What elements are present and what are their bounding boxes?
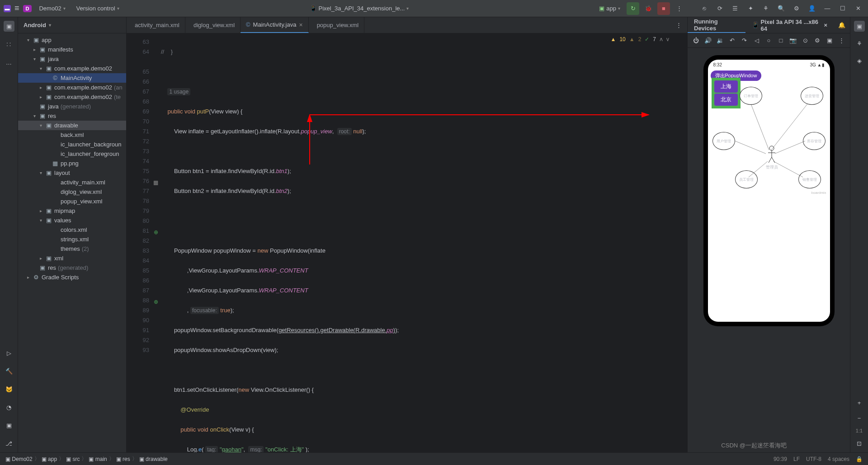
breadcrumb-item[interactable]: ▣ drawable — [139, 456, 168, 462]
editor-tab[interactable]: ©MainActivity.java× — [241, 17, 309, 33]
popup-item-shanghai[interactable]: 上海 — [714, 80, 738, 93]
home-icon[interactable]: ○ — [764, 36, 774, 46]
sync-icon[interactable]: ⟳ — [713, 2, 726, 15]
display-icon[interactable]: ▣ — [825, 36, 834, 46]
list-icon[interactable]: ☰ — [729, 2, 741, 15]
more-actions-icon[interactable]: ⋮ — [673, 2, 685, 15]
tree-item[interactable]: ©MainActivity — [18, 73, 126, 83]
tree-item[interactable]: ▣java (generated) — [18, 102, 126, 111]
profiler-icon[interactable]: ⚘ — [760, 2, 772, 15]
editor-tab[interactable]: diglog_view.xml — [185, 17, 241, 33]
zoom-out-icon[interactable]: − — [854, 413, 865, 423]
nav-down-icon[interactable]: v — [666, 36, 669, 42]
structure-tool-icon[interactable]: ⸬ — [4, 39, 14, 50]
tree-item[interactable]: colors.xml — [18, 225, 126, 235]
breadcrumb-item[interactable]: ▣ res — [116, 456, 130, 462]
hamburger-icon[interactable]: ≡ — [14, 4, 19, 13]
maximize-icon[interactable]: ☐ — [836, 2, 849, 15]
device-tab[interactable]: 📱 Pixel 3a API 34 ...x86 64 × — [745, 17, 834, 33]
indent[interactable]: 4 spaces — [828, 456, 849, 462]
device-tool-icon[interactable]: ▣ — [854, 21, 865, 32]
volume-up-icon[interactable]: 🔊 — [703, 36, 713, 46]
notifications-icon[interactable]: 🔔 — [834, 22, 850, 28]
close-tab-icon[interactable]: × — [299, 21, 302, 28]
line-separator[interactable]: LF — [793, 456, 800, 462]
back-icon[interactable]: ◁ — [752, 36, 761, 46]
tree-item[interactable]: ▸⚙Gradle Scripts — [18, 272, 126, 282]
user-icon[interactable]: 👤 — [806, 2, 818, 15]
vcs-tool-icon[interactable]: ⎇ — [4, 438, 14, 449]
power-icon[interactable]: ⏻ — [691, 36, 701, 46]
run-tool-icon[interactable]: ▷ — [4, 348, 14, 358]
tree-item[interactable]: ▣res (generated) — [18, 263, 126, 272]
breadcrumb-item[interactable]: ▣ src — [66, 456, 80, 462]
project-panel-header[interactable]: Android ▾ — [18, 17, 126, 33]
tree-item[interactable]: ▾▣com.example.demo02 — [18, 64, 126, 73]
overview-icon[interactable]: □ — [776, 36, 786, 46]
tree-item[interactable]: ▦pp.png — [18, 159, 126, 168]
tree-item[interactable]: diglog_view.xml — [18, 187, 126, 197]
tree-item[interactable]: ▸▣com.example.demo02 (an — [18, 83, 126, 92]
run-button[interactable]: ↻ — [627, 2, 639, 15]
settings-icon[interactable]: ⚙ — [812, 36, 822, 46]
zoom-in-icon[interactable]: + — [854, 397, 865, 408]
more-tool-icon[interactable]: … — [4, 57, 14, 68]
logcat-tool-icon[interactable]: 🐱 — [4, 384, 14, 395]
close-icon[interactable]: ✕ — [852, 2, 864, 15]
stop-button[interactable]: ■ — [657, 2, 670, 15]
breadcrumb[interactable]: ▣ Demo02〉▣ app〉▣ src〉▣ main〉▣ res〉▣ draw… — [5, 455, 168, 463]
inspection-widget[interactable]: ▲10 ▲2 ✓7 ʌ v — [610, 36, 669, 42]
tree-item[interactable]: ▾▣drawable — [18, 121, 126, 130]
volume-down-icon[interactable]: 🔉 — [716, 36, 725, 46]
project-tool-icon[interactable]: ▣ — [4, 21, 14, 32]
screenshot-icon[interactable]: 📷 — [788, 36, 798, 46]
device-selector[interactable]: 📱 Pixel_3a_API_34_extension_le... ▾ — [306, 3, 413, 14]
tree-item[interactable]: ▾▣java — [18, 54, 126, 64]
tree-item[interactable]: ▸▣mipmap — [18, 206, 126, 216]
minimize-icon[interactable]: — — [821, 2, 834, 15]
rotate-left-icon[interactable]: ↶ — [728, 36, 737, 46]
more-icon[interactable]: ⋮ — [837, 36, 846, 46]
ai-tool-icon[interactable]: ◈ — [854, 55, 865, 66]
vcs-dropdown[interactable]: Version control ▾ — [73, 3, 123, 14]
tree-item[interactable]: ▾▣layout — [18, 168, 126, 178]
tree-item[interactable]: ▾▣res — [18, 111, 126, 121]
terminal-tool-icon[interactable]: ▣ — [4, 420, 14, 431]
popup-item-beijing[interactable]: 北京 — [714, 94, 738, 106]
tree-item[interactable]: popup_view.xml — [18, 197, 126, 206]
profiler-tool-icon[interactable]: ◔ — [4, 402, 14, 413]
run-config-dropdown[interactable]: ▣ app ▾ — [595, 3, 624, 14]
record-icon[interactable]: ⊙ — [801, 36, 810, 46]
tool-icon[interactable]: ⎋ — [698, 2, 711, 15]
phone-screen[interactable]: 8:32 3G ▲▮ 弹出PopupWindow 上海 北京 订单管理 进货管理… — [708, 60, 830, 322]
search-icon[interactable]: 🔍 — [775, 2, 788, 15]
tree-item[interactable]: ▸▣com.example.demo02 (te — [18, 92, 126, 102]
nav-up-icon[interactable]: ʌ — [660, 36, 663, 42]
fit-icon[interactable]: ⊡ — [854, 438, 865, 449]
breadcrumb-item[interactable]: ▣ main — [89, 456, 107, 462]
tree-item[interactable]: ▸▣xml — [18, 254, 126, 263]
tree-item[interactable]: ▾▣app — [18, 35, 126, 45]
build-tool-icon[interactable]: 🔨 — [4, 366, 14, 376]
debug-button[interactable]: 🐞 — [642, 2, 655, 15]
editor-tab[interactable]: popup_view.xml — [309, 17, 365, 33]
breadcrumb-item[interactable]: ▣ app — [42, 456, 57, 462]
encoding[interactable]: UTF-8 — [806, 456, 821, 462]
tree-item[interactable]: ic_launcher_backgroun — [18, 140, 126, 149]
tree-item[interactable]: strings.xml — [18, 235, 126, 244]
tree-item[interactable]: activity_main.xml — [18, 178, 126, 187]
tabs-menu-icon[interactable]: ⋮ — [670, 17, 687, 33]
tree-item[interactable]: themes (2) — [18, 244, 126, 254]
tree-item[interactable]: ▸▣manifests — [18, 45, 126, 54]
bug-icon[interactable]: ✦ — [744, 2, 757, 15]
editor-tab[interactable]: activity_main.xml — [127, 17, 185, 33]
settings-icon[interactable]: ⚙ — [790, 2, 803, 15]
cursor-position[interactable]: 90:39 — [774, 456, 787, 462]
code-area[interactable]: // } 1 usage public void putP(View view)… — [154, 33, 687, 452]
tree-item[interactable]: back.xml — [18, 130, 126, 140]
gradle-tool-icon[interactable]: ⚘ — [854, 38, 865, 49]
rotate-right-icon[interactable]: ↷ — [740, 36, 749, 46]
tree-item[interactable]: ▾▣values — [18, 216, 126, 225]
breadcrumb-item[interactable]: ▣ Demo02 — [5, 456, 33, 462]
tree-item[interactable]: ic_launcher_foregroun — [18, 149, 126, 159]
